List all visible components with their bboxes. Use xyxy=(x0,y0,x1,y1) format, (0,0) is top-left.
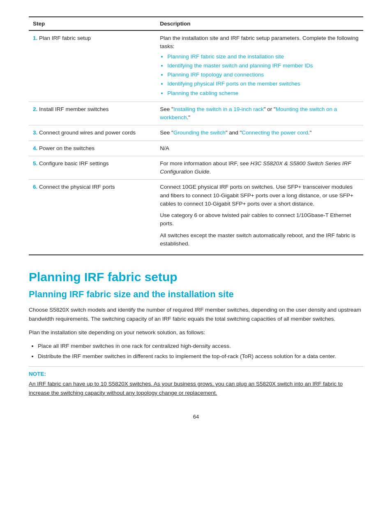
note-label: NOTE: xyxy=(29,371,363,377)
page-number: 64 xyxy=(29,414,363,420)
page-container: Step Description 1. Plan IRF fabric setu… xyxy=(0,0,392,444)
desc-link[interactable]: Planning IRF topology and connections xyxy=(167,72,264,78)
desc-link[interactable]: Identifying physical IRF ports on the me… xyxy=(167,81,300,87)
step-label: Install IRF member switches xyxy=(39,106,109,112)
desc-parts: See "Installing the switch in a 19-inch … xyxy=(160,105,359,122)
list-item: Identifying the master switch and planni… xyxy=(167,62,359,70)
col-step-header: Step xyxy=(29,17,156,30)
step-number: 4. xyxy=(33,145,39,151)
desc-link[interactable]: Planning the cabling scheme xyxy=(167,90,238,96)
bullet-list: Place all IRF member switches in one rac… xyxy=(29,342,363,361)
list-item: Identifying physical IRF ports on the me… xyxy=(167,80,359,88)
desc-link[interactable]: Planning IRF fabric size and the install… xyxy=(167,53,284,60)
list-item: Planning IRF fabric size and the install… xyxy=(167,53,359,61)
desc-cell: Plan the installation site and IRF fabri… xyxy=(156,30,363,102)
steps-table: Step Description 1. Plan IRF fabric setu… xyxy=(29,16,363,255)
desc-cell: See "Grounding the switch" and "Connecti… xyxy=(156,125,363,141)
desc-cell: For more information about IRF, see H3C … xyxy=(156,156,363,180)
desc-link[interactable]: Identifying the master switch and planni… xyxy=(167,62,313,69)
step-label: Plan IRF fabric setup xyxy=(39,35,91,41)
note-text: An IRF fabric can have up to 10 S5820X s… xyxy=(29,379,363,397)
desc-intro: Plan the installation site and IRF fabri… xyxy=(160,34,359,51)
step-number: 2. xyxy=(33,106,39,112)
desc-cell: N/A xyxy=(156,141,363,156)
table-row: 4. Power on the switchesN/A xyxy=(29,141,363,156)
step-label: Connect ground wires and power cords xyxy=(39,130,136,136)
desc-para: Connect 10GE physical IRF ports on switc… xyxy=(160,183,359,208)
table-row: 3. Connect ground wires and power cordsS… xyxy=(29,125,363,141)
col-desc-header: Description xyxy=(156,17,363,30)
desc-para: Use category 6 or above twisted pair cab… xyxy=(160,211,359,228)
page-h1: Planning IRF fabric setup xyxy=(29,270,363,284)
desc-parts: See "Grounding the switch" and "Connecti… xyxy=(160,129,359,137)
body-para-1: Choose S5820X switch models and identify… xyxy=(29,305,363,323)
step-number: 6. xyxy=(33,184,39,190)
list-item: Distribute the IRF member switches in di… xyxy=(38,352,363,361)
desc-link[interactable]: Grounding the switch xyxy=(173,130,226,136)
desc-italic: For more information about IRF, see H3C … xyxy=(160,160,359,176)
desc-link-list: Planning IRF fabric size and the install… xyxy=(160,53,359,97)
step-cell: 2. Install IRF member switches xyxy=(29,102,156,125)
step-cell: 3. Connect ground wires and power cords xyxy=(29,125,156,141)
desc-para: All switches except the master switch au… xyxy=(160,231,359,248)
list-item: Planning the cabling scheme xyxy=(167,89,359,97)
table-row: 1. Plan IRF fabric setupPlan the install… xyxy=(29,30,363,102)
step-label: Connect the physical IRF ports xyxy=(39,184,115,190)
table-row: 6. Connect the physical IRF portsConnect… xyxy=(29,180,363,255)
desc-cell: Connect 10GE physical IRF ports on switc… xyxy=(156,180,363,255)
step-label: Power on the switches xyxy=(39,145,95,151)
desc-cell: See "Installing the switch in a 19-inch … xyxy=(156,102,363,125)
step-number: 3. xyxy=(33,130,39,136)
list-item: Planning IRF topology and connections xyxy=(167,71,359,79)
table-row: 2. Install IRF member switchesSee "Insta… xyxy=(29,102,363,125)
step-cell: 6. Connect the physical IRF ports xyxy=(29,180,156,255)
body-para-2: Plan the installation site depending on … xyxy=(29,328,363,337)
italic-text: H3C S5820X & S5800 Switch Series IRF Con… xyxy=(160,160,351,175)
desc-link[interactable]: Installing the switch in a 19-inch rack xyxy=(173,106,264,112)
step-cell: 1. Plan IRF fabric setup xyxy=(29,30,156,102)
desc-plain: N/A xyxy=(160,144,359,153)
step-label: Configure basic IRF settings xyxy=(39,160,109,167)
step-cell: 5. Configure basic IRF settings xyxy=(29,156,156,180)
page-h2: Planning IRF fabric size and the install… xyxy=(29,289,363,300)
note-box: NOTE: An IRF fabric can have up to 10 S5… xyxy=(29,366,363,397)
step-number: 1. xyxy=(33,35,39,41)
desc-link[interactable]: Connecting the power cord xyxy=(242,130,308,136)
list-item: Place all IRF member switches in one rac… xyxy=(38,342,363,350)
step-number: 5. xyxy=(33,160,39,167)
step-cell: 4. Power on the switches xyxy=(29,141,156,156)
table-row: 5. Configure basic IRF settingsFor more … xyxy=(29,156,363,180)
